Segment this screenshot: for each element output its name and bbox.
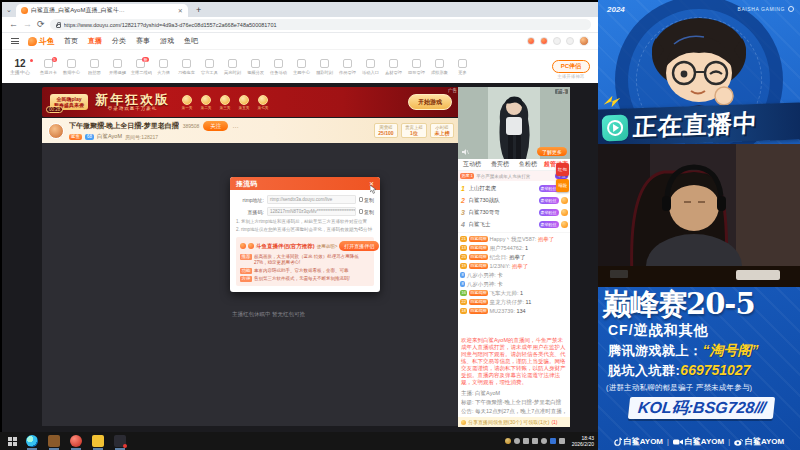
- banner-play-button[interactable]: 开始游戏: [408, 94, 452, 110]
- new-tab-button[interactable]: +: [196, 5, 201, 15]
- anchor-tool[interactable]: 高光时刻: [221, 59, 244, 75]
- tool-icon: [412, 59, 421, 68]
- anchor-name[interactable]: 白鲨AyoM: [97, 133, 122, 140]
- room-stat-box[interactable]: 贵宾上榜 1位: [401, 123, 427, 138]
- ad-tag: 广告: [448, 88, 457, 93]
- anchor-tool[interactable]: 刀锋电竞: [175, 59, 198, 75]
- anchor-tool[interactable]: 粉丝团: [83, 59, 106, 75]
- app-icon-g[interactable]: [48, 435, 60, 447]
- anchor-tool[interactable]: 回放管理: [405, 59, 428, 75]
- forward-button[interactable]: →: [23, 20, 32, 29]
- sidebar-tab[interactable]: 贵宾榜: [486, 160, 514, 169]
- anchor-tool[interactable]: 素材管理: [382, 59, 405, 75]
- tray-usb-icon[interactable]: [532, 438, 538, 444]
- anchor-tool[interactable]: 任务活动: [267, 59, 290, 75]
- anchor-tool[interactable]: 精彩时刻: [313, 59, 336, 75]
- anchor-level[interactable]: 12 主播中心: [10, 59, 30, 75]
- tray-network-icon[interactable]: [550, 438, 556, 444]
- copy-rtmp-button[interactable]: 复制: [359, 197, 375, 203]
- chat-message[interactable]: 22 白鲨战神 皇龙方块仔梦: 11: [460, 299, 568, 306]
- tray-mic-icon[interactable]: [523, 438, 529, 444]
- anchor-tool[interactable]: 虚拟形象: [428, 59, 451, 75]
- edge-browser-icon[interactable]: [26, 435, 38, 447]
- app-icon-dark[interactable]: [114, 435, 126, 447]
- site-nav-item[interactable]: 赛事: [136, 36, 150, 46]
- tray-sound-icon[interactable]: [541, 438, 547, 444]
- address-bar[interactable]: https://www.douyu.com/128217?dyshid=4d9a…: [50, 19, 591, 30]
- anchor-tool[interactable]: 主播二维码 新: [129, 59, 152, 75]
- anchor-tool[interactable]: 火力值: [152, 59, 175, 75]
- rank-row[interactable]: 1 上山打老虎 豪华粉丝: [460, 182, 568, 194]
- chat-message[interactable]: 16 白鲨战神 飞车大元帅: 1: [460, 290, 568, 297]
- anchor-tool[interactable]: 数据中心: [60, 59, 83, 75]
- promo-help-link[interactable]: 使用说明>: [317, 244, 338, 249]
- tab-search-chevron-icon[interactable]: ⌄: [6, 6, 12, 14]
- pc-companion-button[interactable]: PC伴侣 主播开播神器: [552, 54, 590, 79]
- level-badge: 19: [460, 263, 467, 269]
- download-app-icon[interactable]: [566, 37, 574, 45]
- more-icon[interactable]: ⋯: [232, 123, 238, 130]
- activity-pendant[interactable]: 红包: [556, 163, 569, 176]
- menu-icon[interactable]: [11, 38, 19, 44]
- rtmp-url-field[interactable]: rtmp://sendtx3a.douyu.com/live: [267, 195, 356, 204]
- sidebar-tab[interactable]: 鱼粉榜: [514, 160, 542, 169]
- follow-button[interactable]: 关注: [203, 121, 228, 131]
- taskbar-clock[interactable]: 18:43 2026/2/20: [572, 435, 594, 447]
- site-nav-item[interactable]: 鱼吧: [184, 36, 198, 46]
- chat-message[interactable]: 21 白鲨战神 Happy丶我是V587: 抱拳了: [460, 236, 568, 243]
- tray-app-icon[interactable]: [514, 438, 520, 444]
- reload-button[interactable]: ⟳: [37, 20, 45, 29]
- sidebar-ad[interactable]: 广告 了解更多: [458, 87, 570, 159]
- share-reward-bar[interactable]: 分享直播间领鱼翅(30个) 可领取(1次) (1): [458, 417, 570, 427]
- rank-row[interactable]: 3 白鲨730哥哥 豪华粉丝: [460, 206, 568, 218]
- chat-message[interactable]: 19 白鲨战神 1/23NiY: 抱拳了: [460, 263, 568, 270]
- chat-message[interactable]: 25 白鲨战神 纪念日: 抱拳了: [460, 254, 568, 261]
- site-nav-item[interactable]: 直播: [88, 36, 102, 46]
- task-icon[interactable]: [540, 37, 548, 45]
- start-button[interactable]: [8, 437, 17, 446]
- chat-message[interactable]: 8 八岁小男神: 卡: [460, 272, 568, 279]
- chat-message[interactable]: 13 白鲨战神 用户7544762: 1: [460, 245, 568, 252]
- new-year-event-banner[interactable]: 全民嗨play 新春盛典来袭 00:28 新年狂欢版 登录游戏赢千万豪礼 第一关: [42, 87, 460, 117]
- douyu-logo[interactable]: 斗鱼: [28, 36, 55, 47]
- sidebar-tab[interactable]: 互动榜: [458, 160, 486, 169]
- app-icon-red[interactable]: [70, 435, 82, 447]
- recharge-icon[interactable]: [527, 37, 535, 45]
- message-icon[interactable]: [553, 37, 561, 45]
- anchor-tool[interactable]: 活动入口: [359, 59, 382, 75]
- banner-stage: 第一关: [181, 95, 193, 110]
- stream-code-field[interactable]: 128217rmN8T0z3qvMv**********************…: [267, 207, 356, 216]
- tab-close-icon[interactable]: ✕: [178, 7, 183, 14]
- anchor-tool[interactable]: 视频分发: [244, 59, 267, 75]
- chat-message[interactable]: 8 八岁小男神: 卡: [460, 281, 568, 288]
- rank-row[interactable]: 2 白鲨730战队 豪华粉丝: [460, 194, 568, 206]
- chat-username: MU23739: [490, 308, 514, 314]
- anchor-tool[interactable]: 官方工具: [198, 59, 221, 75]
- video-player-area[interactable]: 推流码 ✕ rtmp地址: rtmp://sendtx3a.douyu.com/…: [42, 143, 460, 426]
- activity-pendant[interactable]: 福袋: [556, 179, 569, 192]
- room-stat-box[interactable]: 周贡榜 25/100: [374, 123, 398, 138]
- anchor-tool[interactable]: 开播提醒: [106, 59, 129, 75]
- rank-row[interactable]: 4 白鲨飞士 豪华粉丝: [460, 218, 568, 230]
- site-nav-item[interactable]: 分类: [112, 36, 126, 46]
- mute-icon[interactable]: [462, 149, 469, 155]
- back-button[interactable]: ←: [9, 20, 18, 29]
- ad-learn-more-button[interactable]: 了解更多: [537, 147, 567, 156]
- anchor-tool[interactable]: 更多: [451, 59, 474, 75]
- anchor-tool[interactable]: 主题中心: [290, 59, 313, 75]
- streamer-avatar[interactable]: [48, 123, 64, 139]
- douyu-fish-icon: [28, 37, 37, 46]
- open-companion-button[interactable]: 打开直播伴侣: [339, 241, 379, 251]
- anchor-tool[interactable]: 鱼翅月卡 5: [37, 59, 60, 75]
- browser-tab[interactable]: 白鲨直播_白鲨AyoM直播_白鲨斗… ✕: [16, 4, 188, 17]
- copy-code-button[interactable]: 复制: [359, 209, 375, 215]
- room-stat-box[interactable]: 小时榜 未上榜: [430, 123, 454, 138]
- tray-coin-icon[interactable]: [505, 438, 511, 444]
- anchor-tool[interactable]: 作品管理: [336, 59, 359, 75]
- tray-input-icon[interactable]: [559, 438, 565, 444]
- user-avatar[interactable]: [579, 36, 589, 46]
- site-nav-item[interactable]: 游戏: [160, 36, 174, 46]
- site-nav-item[interactable]: 首页: [64, 36, 78, 46]
- chat-message[interactable]: 18 白鲨战神 MU23739: 134: [460, 308, 568, 315]
- app-icon-yellow[interactable]: [92, 435, 104, 447]
